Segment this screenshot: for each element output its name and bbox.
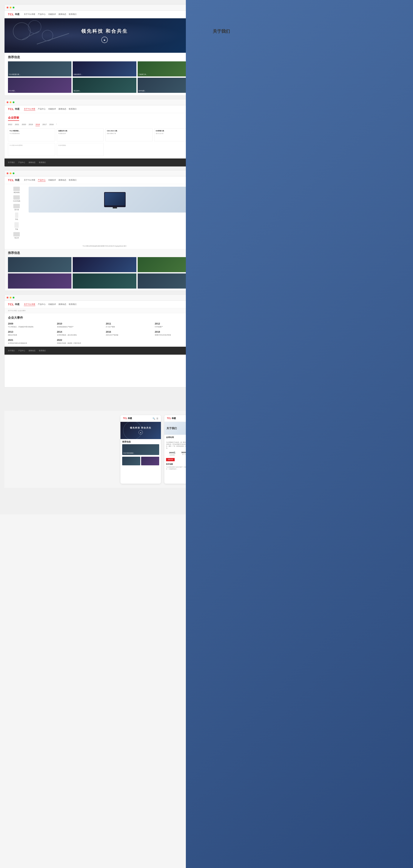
nav3-about[interactable]: 关于TCL华星 xyxy=(24,108,35,111)
mobile-search-icon[interactable]: 🔍 xyxy=(152,417,155,420)
mobile-menu-icon[interactable]: ☰ xyxy=(157,417,158,420)
cat-icon-tablet xyxy=(14,222,19,228)
nav-item-about[interactable]: 关于TCL华星 xyxy=(24,13,35,16)
product-recommend-title: 推荐信息 xyxy=(8,251,201,255)
nav3-contact[interactable]: 联系我们 xyxy=(69,108,77,111)
recommend-item-1[interactable]: TCL华星显示屏... xyxy=(8,61,71,76)
mobile-about-building xyxy=(186,415,205,484)
recommend-bottom-grid: TCL华星... 新品发布... 技术创新... xyxy=(8,78,201,93)
product-tv-visual xyxy=(104,192,126,207)
hero-play-button[interactable] xyxy=(101,37,108,43)
nav7-func[interactable]: 功能技术 xyxy=(48,303,56,306)
event-2016: 2016 AMOLED产线突破 xyxy=(106,331,152,336)
hero-text-block: 领先科技 和合共生 xyxy=(81,28,128,43)
nav7-contact[interactable]: 联系我们 xyxy=(69,303,77,306)
bc3-max xyxy=(13,101,14,103)
recommend-top-grid: TCL华星显示屏... 实验室展示... 工程师工作... xyxy=(8,61,201,76)
cat-icon-laptop xyxy=(13,232,20,237)
cat-icon-oled xyxy=(13,195,20,199)
cat-label-lcd: 液晶电视 xyxy=(13,191,20,194)
nav-item-contact[interactable]: 联系我们 xyxy=(69,13,77,16)
event-year-2013: 2013 xyxy=(8,331,55,333)
footer7-news[interactable]: 新闻动态 xyxy=(29,349,35,352)
recommend-item-5[interactable]: 新品发布... xyxy=(73,78,136,93)
tcl-brand-red: TCL xyxy=(8,13,14,16)
footer7-contact[interactable]: 联系我们 xyxy=(39,349,46,352)
award-card-5: TCL华星2018年度荣誉 xyxy=(8,143,55,156)
product-cat-oled[interactable]: OLED电视 xyxy=(8,195,25,202)
prod-rec-5[interactable] xyxy=(73,274,136,288)
award-card-6: 行业年度最佳 xyxy=(57,143,104,156)
recommend-text-2: 实验室展示... xyxy=(74,73,82,75)
bc3-close xyxy=(7,101,8,103)
footer7-about[interactable]: 关于我们 xyxy=(8,349,15,352)
prod-rec-2[interactable] xyxy=(73,257,136,272)
nav7-about[interactable]: 关于TCL华星 xyxy=(24,303,35,306)
tcl-red-7: TCL xyxy=(8,303,14,306)
footer-link-product[interactable]: 产品中心 xyxy=(18,161,25,164)
event-year-2022: 2022 xyxy=(57,339,103,341)
event-desc-2016: AMOLED产线突破 xyxy=(106,334,152,336)
product-recommend-bottom xyxy=(8,274,201,288)
footer-link-about[interactable]: 关于我们 xyxy=(8,161,15,164)
mobile-rec-3[interactable] xyxy=(141,457,159,465)
year-tab-2019[interactable]: 2019 xyxy=(29,123,33,126)
recommend-text-1: TCL华星显示屏... xyxy=(9,73,21,75)
nav5-contact[interactable]: 联系我们 xyxy=(69,179,77,182)
mobile-icons-home: 🔍 ☰ xyxy=(152,417,158,420)
product-showcase: 液晶电视 OLED电视 显示器 手机 xyxy=(4,184,205,243)
mobile-section: TCL 华星 🔍 ☰ 领先科技 和合共生 xyxy=(4,411,409,488)
product-cat-lcd[interactable]: 液晶电视 xyxy=(8,187,25,194)
event-year-2021: 2021 xyxy=(8,339,55,341)
recommend-item-2[interactable]: 实验室展示... xyxy=(73,61,136,76)
awards-cards-row2: TCL华星2018年度荣誉 行业年度最佳 xyxy=(8,143,201,156)
footer-link-contact[interactable]: 联系我们 xyxy=(39,161,46,164)
product-cat-monitor[interactable]: 显示器 xyxy=(8,204,25,211)
tcl-brand-star: 华星 xyxy=(15,13,20,16)
nav-item-news[interactable]: 新闻动态 xyxy=(59,13,66,16)
tv-shape xyxy=(104,192,126,207)
mobile-rec-item-1[interactable]: 打造中国绿色数据... xyxy=(122,444,159,455)
footer-link-news[interactable]: 新闻动态 xyxy=(29,161,35,164)
year-tab-2020[interactable]: 2020 xyxy=(22,123,26,126)
recommend-text-4: TCL华星... xyxy=(9,90,16,92)
mobile-nav-home: TCL 华星 🔍 ☰ xyxy=(121,415,161,422)
year-tab-2017[interactable]: 2017 xyxy=(42,123,47,126)
nav3-news[interactable]: 新闻动态 xyxy=(59,108,66,111)
browser-chrome-3 xyxy=(4,99,205,105)
tcl-logo-1: TCL 华星 xyxy=(8,13,20,16)
recommend-section-1: 推荐信息 TCL华星显示屏... 实验室展示... 工程师工作... TCL华星… xyxy=(4,53,205,95)
recommend-item-4[interactable]: TCL华星... xyxy=(8,78,71,93)
award-title-3: CES 2018 大奖 xyxy=(107,130,151,132)
nav-item-func[interactable]: 功能技术 xyxy=(48,13,56,16)
nav5-func[interactable]: 功能技术 xyxy=(48,179,56,182)
nav3-func[interactable]: 功能技术 xyxy=(48,108,56,111)
mobile-tcl-star: 华星 xyxy=(128,417,132,420)
svg-point-0 xyxy=(13,23,30,40)
mobile-about-btn[interactable]: 查看详情 xyxy=(166,458,175,461)
year-tab-2022[interactable]: 2022 xyxy=(8,123,12,126)
nav5-product[interactable]: 产品中心 xyxy=(38,179,45,182)
hero-banner: 领先科技 和合共生 xyxy=(4,18,205,53)
screenshot-footer-3: 关于我们 产品中心 新闻动态 联系我们 TCL 华星 xyxy=(4,158,205,166)
nav7-product[interactable]: 产品中心 xyxy=(38,303,45,306)
nav-item-product[interactable]: 产品中心 xyxy=(38,13,45,16)
nav5-about[interactable]: 关于TCL华星 xyxy=(24,179,35,182)
product-cat-tablet[interactable]: 平板 xyxy=(8,222,25,230)
event-year-2014: 2014 xyxy=(57,331,103,333)
mobile-rec-2[interactable] xyxy=(122,457,140,465)
product-cat-laptop[interactable]: 笔记本 xyxy=(8,232,25,239)
year-tab-arrow[interactable]: › xyxy=(56,123,57,126)
footer7-product[interactable]: 产品中心 xyxy=(18,349,25,352)
year-tab-2018[interactable]: 2018 xyxy=(35,123,40,126)
nav7-news[interactable]: 新闻动态 xyxy=(59,303,66,306)
nav5-news[interactable]: 新闻动态 xyxy=(59,179,66,182)
recommend-text-6: 技术创新... xyxy=(139,90,146,92)
cat-label-oled: OLED电视 xyxy=(13,200,20,202)
product-cat-phone[interactable]: 手机 xyxy=(8,213,25,220)
prod-rec-1[interactable] xyxy=(8,257,71,272)
year-tab-2016[interactable]: 2016 xyxy=(49,123,54,126)
prod-rec-4[interactable] xyxy=(8,274,71,288)
year-tab-2021[interactable]: 2021 xyxy=(15,123,19,126)
nav3-product[interactable]: 产品中心 xyxy=(38,108,45,111)
